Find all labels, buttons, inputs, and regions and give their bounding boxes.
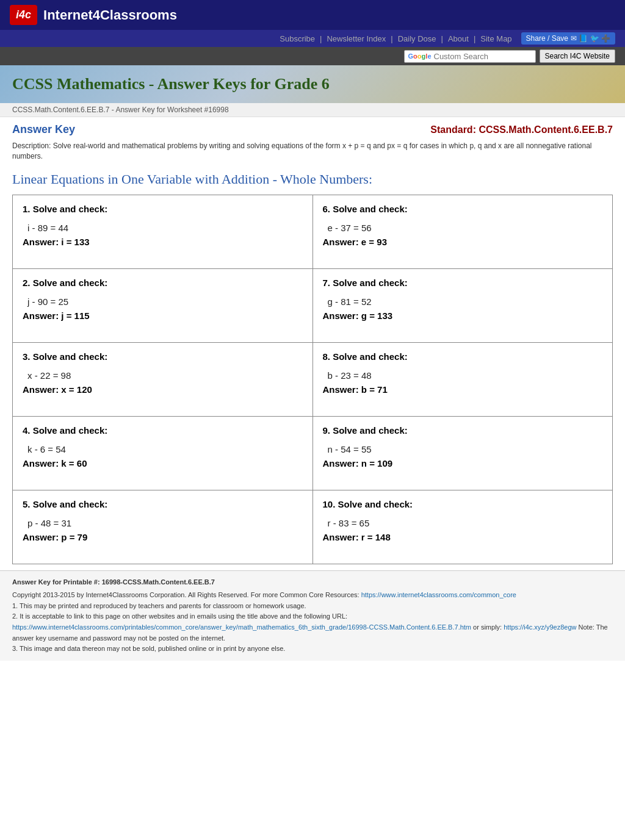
nav-links: Subscribe | Newsletter Index | Daily Dos… (278, 34, 513, 43)
problem-cell-1: 1. Solve and check: i - 89 = 44 Answer: … (13, 195, 313, 268)
search-input[interactable] (434, 52, 532, 61)
problem-row: 3. Solve and check: x - 22 = 98 Answer: … (13, 343, 612, 417)
search-input-wrap: Google (404, 50, 536, 63)
logo-box[interactable]: i4c (10, 5, 37, 25)
problem-num-3: 3. Solve and check: (23, 351, 303, 362)
problem-num-8: 8. Solve and check: (323, 351, 603, 362)
problem-answer-7: Answer: g = 133 (323, 311, 603, 321)
problem-cell-8: 8. Solve and check: b - 23 = 48 Answer: … (313, 343, 613, 416)
hero-banner: CCSS Mathematics - Answer Keys for Grade… (0, 65, 625, 103)
problem-eq-2: j - 90 = 25 (27, 296, 303, 307)
problem-row: 2. Solve and check: j - 90 = 25 Answer: … (13, 269, 612, 343)
footer-url: https://www.internet4classrooms.com/prin… (12, 622, 613, 644)
answer-key-header: Answer Key Standard: CCSS.Math.Content.6… (12, 123, 613, 136)
description: Description: Solve real-world and mathem… (12, 141, 613, 162)
answer-key-label: Answer Key (12, 123, 75, 136)
problem-num-9: 9. Solve and check: (323, 425, 603, 436)
problem-num-10: 10. Solve and check: (323, 499, 603, 509)
nav-subscribe[interactable]: Subscribe (280, 34, 315, 43)
problem-cell-9: 9. Solve and check: n - 54 = 55 Answer: … (313, 417, 613, 490)
logo-area: i4c Internet4Classrooms (10, 5, 177, 25)
footer-note2: 2. It is acceptable to link to this page… (12, 611, 613, 622)
problem-eq-1: i - 89 = 44 (27, 223, 303, 233)
google-logo: Google (408, 52, 432, 60)
footer-note3: 3. This image and data thereon may not b… (12, 644, 613, 655)
breadcrumb-text: CCSS.Math.Content.6.EE.B.7 - Answer Key … (12, 106, 229, 114)
share-save-button[interactable]: Share / Save ✉ 📘 🐦 ➕ (521, 32, 615, 45)
problem-cell-3: 3. Solve and check: x - 22 = 98 Answer: … (13, 343, 313, 416)
problem-eq-5: p - 48 = 31 (27, 518, 303, 528)
problem-answer-8: Answer: b = 71 (323, 384, 603, 395)
problem-answer-6: Answer: e = 93 (323, 237, 603, 247)
standard-label: Standard: CCSS.Math.Content.6.EE.B.7 (430, 124, 613, 135)
problem-num-5: 5. Solve and check: (23, 499, 303, 509)
footer-url-short[interactable]: https://i4c.xyz/y9ez8egw (504, 623, 576, 631)
problem-eq-8: b - 23 = 48 (328, 370, 603, 381)
problem-answer-5: Answer: p = 79 (23, 532, 303, 542)
problem-num-4: 4. Solve and check: (23, 425, 303, 436)
problem-row: 5. Solve and check: p - 48 = 31 Answer: … (13, 490, 612, 564)
problem-num-1: 1. Solve and check: (23, 204, 303, 214)
problem-eq-3: x - 22 = 98 (27, 370, 303, 381)
logo-text: Internet4Classrooms (43, 7, 177, 23)
site-header: i4c Internet4Classrooms (0, 0, 625, 30)
nav-daily-dose[interactable]: Daily Dose (398, 34, 436, 43)
problems-grid: 1. Solve and check: i - 89 = 44 Answer: … (12, 195, 613, 564)
share-icons: ✉ 📘 🐦 ➕ (571, 34, 610, 43)
problem-row: 4. Solve and check: k - 6 = 54 Answer: k… (13, 417, 612, 490)
hero-title: CCSS Mathematics - Answer Keys for Grade… (12, 75, 613, 93)
problem-answer-1: Answer: i = 133 (23, 237, 303, 247)
problem-eq-7: g - 81 = 52 (328, 296, 603, 307)
share-save-label: Share / Save (526, 34, 568, 43)
problem-answer-2: Answer: j = 115 (23, 311, 303, 321)
nav-sep2: | (391, 34, 392, 43)
problem-answer-4: Answer: k = 60 (23, 458, 303, 468)
breadcrumb: CCSS.Math.Content.6.EE.B.7 - Answer Key … (0, 103, 625, 117)
section-title: Linear Equations in One Variable with Ad… (12, 171, 613, 187)
problem-cell-2: 2. Solve and check: j - 90 = 25 Answer: … (13, 269, 313, 342)
problem-eq-6: e - 37 = 56 (328, 223, 603, 233)
problem-answer-3: Answer: x = 120 (23, 384, 303, 395)
problem-num-2: 2. Solve and check: (23, 278, 303, 288)
search-button[interactable]: Search I4C Website (540, 49, 616, 63)
nav-about[interactable]: About (448, 34, 469, 43)
nav-sep1: | (320, 34, 322, 43)
problem-cell-10: 10. Solve and check: r - 83 = 65 Answer:… (313, 490, 613, 564)
problem-cell-5: 5. Solve and check: p - 48 = 31 Answer: … (13, 490, 313, 564)
nav-bar: Subscribe | Newsletter Index | Daily Dos… (0, 30, 625, 47)
footer-copyright: Copyright 2013-2015 by Internet4Classroo… (12, 590, 613, 601)
footer-common-core-link[interactable]: https://www.internet4classrooms.com/comm… (361, 591, 516, 598)
problem-row: 1. Solve and check: i - 89 = 44 Answer: … (13, 195, 612, 269)
problem-num-7: 7. Solve and check: (323, 278, 603, 288)
footer-printable-ref: Answer Key for Printable #: 16998-CCSS.M… (12, 577, 613, 588)
problem-eq-10: r - 83 = 65 (328, 518, 603, 528)
problem-answer-9: Answer: n = 109 (323, 458, 603, 468)
footer-note1: 1. This may be printed and reproduced by… (12, 601, 613, 612)
problem-cell-4: 4. Solve and check: k - 6 = 54 Answer: k… (13, 417, 313, 490)
problem-num-6: 6. Solve and check: (323, 204, 603, 214)
problem-cell-6: 6. Solve and check: e - 37 = 56 Answer: … (313, 195, 613, 268)
nav-sep3: | (441, 34, 443, 43)
nav-site-map[interactable]: Site Map (480, 34, 511, 43)
problem-eq-4: k - 6 = 54 (27, 444, 303, 454)
search-bar: Google Search I4C Website (0, 47, 625, 65)
problem-cell-7: 7. Solve and check: g - 81 = 52 Answer: … (313, 269, 613, 342)
footer: Answer Key for Printable #: 16998-CCSS.M… (0, 570, 625, 661)
main-content: Answer Key Standard: CCSS.Math.Content.6… (0, 117, 625, 570)
nav-sep4: | (474, 34, 475, 43)
footer-url-long[interactable]: https://www.internet4classrooms.com/prin… (12, 623, 471, 631)
nav-newsletter-index[interactable]: Newsletter Index (327, 34, 386, 43)
problem-answer-10: Answer: r = 148 (323, 532, 603, 542)
problem-eq-9: n - 54 = 55 (328, 444, 603, 454)
